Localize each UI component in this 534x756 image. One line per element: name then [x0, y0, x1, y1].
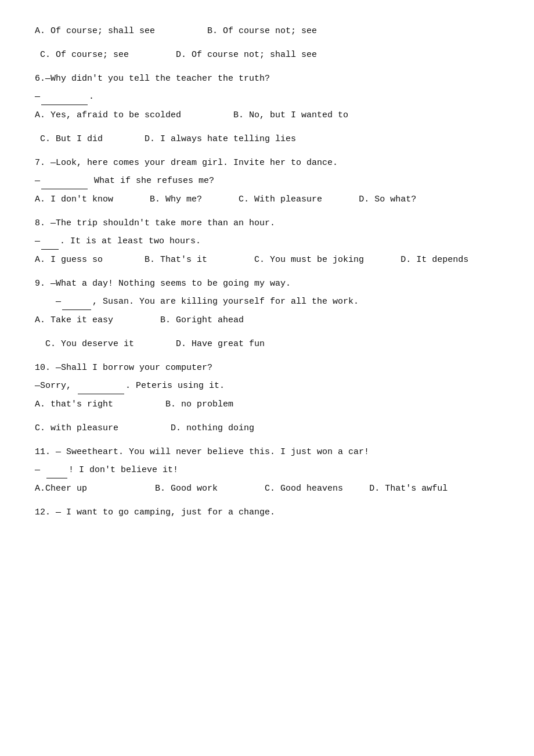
option-a: A. Of course; shall see — [35, 26, 155, 36]
question-8: 8. —The trip shouldn't take more than an… — [35, 215, 499, 268]
option-b: B. Of course not; see — [207, 26, 317, 36]
q7-blank — [41, 173, 88, 189]
question-11: 11. — Sweetheart. You will never believe… — [35, 444, 499, 496]
q12-prompt: 12. — I want to go camping, just for a c… — [35, 505, 499, 520]
question-12: 12. — I want to go camping, just for a c… — [35, 505, 499, 520]
q7-answer: — What if she refuses me? — [35, 173, 499, 189]
q8-optB: B. That's it — [145, 255, 207, 265]
q6-options: A. Yes, afraid to be scolded B. No, but … — [35, 107, 499, 123]
q10-answer: —Sorry, . Peteris using it. — [35, 378, 499, 394]
q11-prompt: 11. — Sweetheart. You will never believe… — [35, 444, 499, 460]
q10-options: A. that's right B. no problem — [35, 397, 499, 412]
q10-prompt: 10. —Shall I borrow your computer? — [35, 360, 499, 376]
q8-answer: — . It is at least two hours. — [35, 233, 499, 250]
q7-options: A. I don't know B. Why me? C. With pleas… — [35, 192, 499, 207]
q10-options-2: C. with pleasure D. nothing doing — [35, 420, 499, 436]
q6-optD: D. I always hate telling lies — [145, 134, 296, 144]
q9-optD: D. Have great fun — [176, 339, 265, 349]
prev-question-options: A. Of course; shall see B. Of course not… — [35, 23, 499, 63]
q11-options: A.Cheer up B. Good work C. Good heavens … — [35, 481, 499, 496]
q6-optA: A. Yes, afraid to be scolded — [35, 110, 181, 120]
q9-blank — [62, 294, 91, 310]
q9-optB: B. Goright ahead — [160, 315, 244, 325]
q8-optD: D. It depends — [400, 255, 468, 265]
q6-answer: — . — [35, 89, 499, 105]
q7-optC: C. With pleasure — [239, 195, 322, 204]
q7-prompt: 7. —Look, here comes your dream girl. In… — [35, 155, 499, 171]
q10-blank — [78, 378, 124, 394]
exam-content: A. Of course; shall see B. Of course not… — [35, 23, 499, 520]
q9-optA: A. Take it easy — [35, 315, 113, 325]
q8-optC: C. You must be joking — [254, 255, 364, 265]
question-10: 10. —Shall I borrow your computer? —Sorr… — [35, 360, 499, 436]
q11-blank — [46, 462, 67, 478]
q11-optD: D. That's awful — [369, 484, 448, 494]
q10-optB: B. no problem — [165, 399, 233, 409]
q11-answer: — ! I don't believe it! — [35, 462, 499, 478]
q9-prompt: 9. —What a day! Nothing seems to be goin… — [35, 276, 499, 291]
q10-optC: C. with pleasure — [35, 423, 118, 433]
q6-options-2: C. But I did D. I always hate telling li… — [35, 131, 499, 147]
q6-optB: B. No, but I wanted to — [233, 110, 348, 120]
q11-optC: C. Good heavens — [265, 484, 343, 494]
q8-prompt: 8. —The trip shouldn't take more than an… — [35, 215, 499, 231]
q9-options-2: C. You deserve it D. Have great fun — [35, 336, 499, 352]
q8-options: A. I guess so B. That's it C. You must b… — [35, 252, 499, 268]
q7-optB: B. Why me? — [150, 195, 202, 204]
question-7: 7. —Look, here comes your dream girl. In… — [35, 155, 499, 207]
q11-optB: B. Good work — [155, 484, 218, 494]
question-9: 9. —What a day! Nothing seems to be goin… — [35, 276, 499, 352]
q6-blank — [41, 89, 88, 105]
q6-optC: C. But I did — [40, 134, 103, 144]
q7-optD: D. So what? — [359, 195, 416, 204]
q10-optA: A. that's right — [35, 399, 113, 409]
option-line-2: C. Of course; see D. Of course not; shal… — [35, 47, 499, 63]
q8-optA: A. I guess so — [35, 255, 103, 265]
q9-answer: — , Susan. You are killing yourself for … — [35, 294, 499, 310]
q6-prompt: 6.—Why didn't you tell the teacher the t… — [35, 71, 499, 87]
option-line-1: A. Of course; shall see B. Of course not… — [35, 23, 499, 39]
option-c: C. Of course; see — [40, 50, 129, 60]
q9-options: A. Take it easy B. Goright ahead — [35, 312, 499, 328]
q10-optD: D. nothing doing — [171, 423, 254, 433]
q11-optA: A.Cheer up — [35, 484, 87, 494]
option-d: D. Of course not; shall see — [176, 50, 317, 60]
q9-optC: C. You deserve it — [45, 339, 134, 349]
q8-blank — [41, 233, 59, 250]
q7-optA: A. I don't know — [35, 195, 113, 204]
question-6: 6.—Why didn't you tell the teacher the t… — [35, 71, 499, 147]
